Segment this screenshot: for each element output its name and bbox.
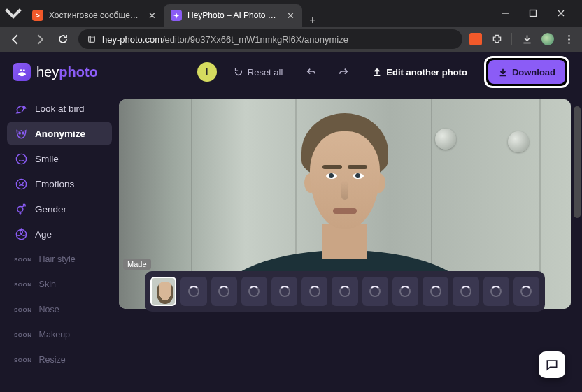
spinner-icon xyxy=(279,286,290,297)
app-page: heyphoto I Reset all Edit another photo … xyxy=(0,52,582,392)
spinner-icon xyxy=(490,286,502,297)
tab-title: HeyPhoto – AI Photo Editor On xyxy=(187,10,280,20)
variant-thumbnail-loading[interactable] xyxy=(332,277,357,306)
spinner-icon xyxy=(520,286,532,297)
soon-badge: SOON xyxy=(14,332,32,338)
sidebar-item-hair-style: SOON Hair style xyxy=(7,247,112,271)
extension-icon[interactable] xyxy=(469,33,482,45)
spinner-icon xyxy=(188,286,199,297)
tab-title: Хостинговое сообщество «Tim xyxy=(49,10,141,20)
download-button[interactable]: Download xyxy=(488,60,565,84)
made-badge: Made xyxy=(123,259,151,270)
close-window-button[interactable] xyxy=(547,0,575,27)
variant-thumbnail-loading[interactable] xyxy=(271,277,297,306)
variant-thumbnail-loading[interactable] xyxy=(453,277,478,306)
app-header: heyphoto I Reset all Edit another photo … xyxy=(0,52,582,92)
avatar[interactable]: I xyxy=(197,62,217,82)
maximize-button[interactable] xyxy=(519,0,547,27)
sidebar-item-smile[interactable]: Smile xyxy=(7,147,112,170)
svg-point-10 xyxy=(16,154,26,164)
spinner-icon xyxy=(399,286,411,297)
browser-tab-inactive[interactable]: > Хостинговое сообщество «Tim ✕ xyxy=(25,4,164,27)
svg-point-11 xyxy=(16,179,26,189)
site-info-icon[interactable] xyxy=(87,34,97,44)
sidebar-item-label: Hair style xyxy=(39,254,76,264)
edit-another-button[interactable]: Edit another photo xyxy=(364,60,476,84)
soon-badge: SOON xyxy=(14,357,32,363)
bird-icon xyxy=(14,101,28,115)
reload-button[interactable] xyxy=(55,31,71,48)
url-input[interactable]: hey-photo.com/editor/9o37Xx66t_mW1nmkgRl… xyxy=(78,29,462,49)
app-logo[interactable]: heyphoto xyxy=(13,63,98,81)
svg-rect-1 xyxy=(89,36,95,43)
variant-thumbnail-loading[interactable] xyxy=(513,277,539,306)
sidebar-item-look-at-bird[interactable]: Look at bird xyxy=(7,96,112,120)
extensions-menu-icon[interactable] xyxy=(490,33,503,45)
svg-point-7 xyxy=(22,106,24,108)
toolbar-extensions xyxy=(469,33,575,45)
variant-thumbnail-loading[interactable] xyxy=(180,277,206,306)
variant-thumbnail-loading[interactable] xyxy=(483,277,509,306)
undo-button[interactable] xyxy=(299,60,323,84)
sidebar-item-nose: SOON Nose xyxy=(7,298,112,321)
sidebar-item-gender[interactable]: Gender xyxy=(7,197,112,221)
svg-point-6 xyxy=(568,42,570,44)
upload-icon xyxy=(372,67,382,77)
browser-tab-active[interactable]: ✦ HeyPhoto – AI Photo Editor On ✕ xyxy=(164,4,302,27)
kebab-menu-icon[interactable] xyxy=(562,33,575,45)
svg-rect-0 xyxy=(530,10,537,17)
download-highlight: Download xyxy=(484,56,569,88)
back-button[interactable] xyxy=(7,31,24,48)
sidebar-item-label: Emotions xyxy=(35,179,74,189)
close-icon[interactable]: ✕ xyxy=(147,10,157,20)
close-icon[interactable]: ✕ xyxy=(285,10,295,20)
favicon: > xyxy=(32,10,43,21)
favicon: ✦ xyxy=(171,10,182,21)
sidebar-item-label: Skin xyxy=(39,280,56,289)
tab-list: > Хостинговое сообщество «Tim ✕ ✦ HeyPho… xyxy=(22,0,491,27)
svg-point-8 xyxy=(18,132,20,133)
smile-icon xyxy=(14,152,28,166)
profile-icon[interactable] xyxy=(541,33,554,45)
reset-all-button[interactable]: Reset all xyxy=(225,60,292,84)
reset-icon xyxy=(234,67,243,77)
spinner-icon xyxy=(339,286,350,297)
downloads-icon[interactable] xyxy=(520,33,533,45)
redo-button[interactable] xyxy=(332,60,355,84)
variant-thumbnail-loading[interactable] xyxy=(301,277,327,306)
sidebar-item-resize: SOON Resize xyxy=(7,348,112,372)
variant-thumbnail-loading[interactable] xyxy=(211,277,237,306)
main-area: Look at bird Anonymize Smile Emotions Ge… xyxy=(0,92,582,392)
variant-thumbnail-loading[interactable] xyxy=(392,277,418,306)
sidebar-item-makeup: SOON Makeup xyxy=(7,323,112,347)
sidebar-item-label: Look at bird xyxy=(35,103,85,114)
sidebar-item-emotions[interactable]: Emotions xyxy=(7,172,112,196)
sidebar-item-age[interactable]: Age xyxy=(7,222,112,246)
variant-thumbnail-loading[interactable] xyxy=(241,277,267,306)
chat-widget-button[interactable] xyxy=(539,351,565,378)
page-scrollbar[interactable] xyxy=(574,106,581,218)
svg-point-4 xyxy=(568,35,570,37)
soon-badge: SOON xyxy=(14,307,32,313)
variant-thumbnail-original[interactable] xyxy=(150,277,176,306)
svg-point-12 xyxy=(17,206,22,212)
sidebar-item-anonymize[interactable]: Anonymize xyxy=(7,122,112,145)
minimize-button[interactable] xyxy=(491,0,519,27)
svg-point-9 xyxy=(22,132,23,133)
variant-thumbnail-loading[interactable] xyxy=(362,277,388,306)
variant-thumbnail-loading[interactable] xyxy=(423,277,448,306)
spinner-icon xyxy=(218,286,229,297)
titlebar: > Хостинговое сообщество «Tim ✕ ✦ HeyPho… xyxy=(0,0,582,27)
download-icon xyxy=(498,67,508,77)
variant-strip xyxy=(145,271,545,312)
forward-button[interactable] xyxy=(31,31,48,48)
sidebar-item-label: Anonymize xyxy=(35,129,85,139)
spinner-icon xyxy=(248,286,260,297)
tabs-dropdown[interactable] xyxy=(4,0,22,27)
redo-icon xyxy=(339,67,348,77)
spinner-icon xyxy=(460,286,471,297)
sidebar-item-label: Smile xyxy=(35,154,59,164)
gender-icon xyxy=(14,202,28,216)
sidebar-item-label: Resize xyxy=(39,355,66,365)
new-tab-button[interactable]: + xyxy=(302,14,323,27)
